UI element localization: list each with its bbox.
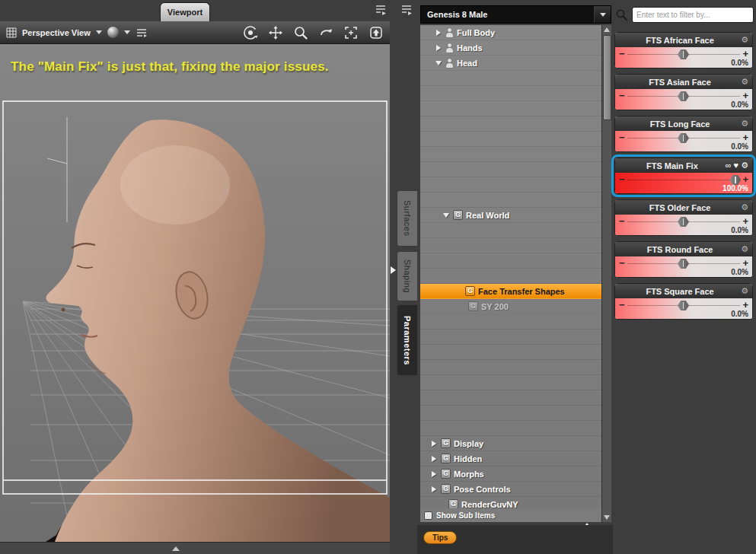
reset-camera-icon[interactable] <box>318 25 333 40</box>
expand-arrow-icon[interactable] <box>435 59 442 67</box>
viewport-resize-handle-icon[interactable] <box>172 546 180 551</box>
slider-thumb[interactable] <box>678 259 689 269</box>
favorite-icon[interactable]: ♥ <box>734 161 739 170</box>
tab-shaping[interactable]: Shaping <box>397 251 417 301</box>
gear-icon[interactable]: ⚙ <box>741 119 748 128</box>
expand-arrow-icon[interactable] <box>435 44 442 52</box>
zoom-icon[interactable] <box>293 25 308 40</box>
viewport-canvas[interactable]: The "Main Fix" is just that, fixing the … <box>0 44 390 542</box>
side-pane-menu-icon[interactable] <box>399 2 414 18</box>
decrement-button[interactable]: − <box>619 90 625 101</box>
tree-item-real-world[interactable]: G Real World <box>420 208 601 223</box>
figure-selector-arrow-button[interactable] <box>594 6 611 23</box>
scrollbar-thumb[interactable] <box>603 35 611 120</box>
decrement-button[interactable]: − <box>619 215 625 227</box>
tree-scrollbar[interactable] <box>601 25 611 522</box>
increment-button[interactable]: + <box>742 215 748 227</box>
pan-camera-icon[interactable] <box>268 25 283 40</box>
gear-icon[interactable]: ⚙ <box>741 161 748 170</box>
tab-viewport[interactable]: Viewport <box>160 2 210 21</box>
increment-button[interactable]: + <box>742 174 748 185</box>
scroll-down-icon[interactable] <box>604 515 610 520</box>
draw-options-icon[interactable] <box>136 27 148 38</box>
tree-item-hidden[interactable]: G Hidden <box>420 451 601 466</box>
gear-icon[interactable]: ⚙ <box>741 78 748 86</box>
slider-value: 0.0% <box>731 59 748 67</box>
decrement-button[interactable]: − <box>619 48 625 59</box>
expand-arrow-icon[interactable] <box>431 440 438 447</box>
filter-input[interactable] <box>632 7 754 23</box>
expand-arrow-icon[interactable] <box>439 501 445 508</box>
slider-thumb[interactable] <box>678 217 689 227</box>
tips-button[interactable]: Tips <box>423 531 457 544</box>
daz-studio-window: Viewport Perspective View <box>0 0 756 554</box>
group-icon: G <box>468 301 478 311</box>
increment-button[interactable]: + <box>742 132 748 143</box>
expand-arrow-icon[interactable] <box>458 303 465 310</box>
group-icon: G <box>441 484 451 494</box>
tab-surfaces[interactable]: Surfaces <box>397 190 417 247</box>
show-sub-items-checkbox[interactable] <box>424 511 432 520</box>
tree-item-label: Head <box>457 59 477 68</box>
increment-button[interactable]: + <box>742 48 748 59</box>
tree-item-label: Hands <box>457 43 483 53</box>
viewport-pane-menu-icon[interactable] <box>373 2 388 18</box>
increment-button[interactable]: + <box>742 90 748 101</box>
slider-track[interactable]: − + 100.0% <box>615 173 752 193</box>
tab-parameters[interactable]: Parameters <box>397 304 417 376</box>
view-mode-dropdown-icon[interactable] <box>96 30 102 34</box>
increment-button[interactable]: + <box>742 257 748 269</box>
slider-thumb[interactable] <box>678 91 689 101</box>
slider-thumb[interactable] <box>678 133 689 143</box>
slider-track[interactable]: − + 0.0% <box>615 131 752 151</box>
tree-item-label: Display <box>454 439 483 448</box>
search-icon[interactable] <box>615 8 628 21</box>
expand-arrow-icon[interactable] <box>431 455 438 463</box>
tree-item-pose-controls[interactable]: G Pose Controls <box>420 482 601 497</box>
increment-button[interactable]: + <box>742 299 748 310</box>
tree-item-display[interactable]: G Display <box>420 436 601 451</box>
gear-icon[interactable]: ⚙ <box>741 245 748 253</box>
draw-style-dropdown-icon[interactable] <box>124 30 130 34</box>
frame-selection-icon[interactable] <box>343 25 359 40</box>
tree-item-full-body[interactable]: Full Body <box>420 25 601 40</box>
gear-icon[interactable]: ⚙ <box>741 203 748 212</box>
expand-arrow-icon[interactable] <box>455 288 462 295</box>
decrement-button[interactable]: − <box>619 257 625 269</box>
expand-arrow-icon[interactable] <box>431 470 438 478</box>
scroll-up-icon[interactable] <box>604 27 610 32</box>
gear-icon[interactable]: ⚙ <box>741 36 748 44</box>
home-view-icon[interactable] <box>368 25 384 40</box>
tree-item-head[interactable]: Head <box>420 56 601 71</box>
slider-track[interactable]: − + 0.0% <box>615 298 752 319</box>
slider-track[interactable]: − + 0.0% <box>615 89 752 110</box>
slider-thumb[interactable] <box>678 49 689 59</box>
draw-style-sphere-icon[interactable] <box>107 27 119 38</box>
orbit-camera-icon[interactable] <box>243 25 258 40</box>
figure-selector-dropdown[interactable]: Genesis 8 Male <box>420 5 611 24</box>
tab-viewport-label: Viewport <box>167 8 203 17</box>
decrement-button[interactable]: − <box>619 132 625 143</box>
tree-item-morphs[interactable]: G Morphs <box>420 466 601 482</box>
slider-track[interactable]: − + 0.0% <box>615 47 752 68</box>
gear-icon[interactable]: ⚙ <box>741 287 748 295</box>
slider-fts-older-face: FTS Older Face ⚙ − + 0.0% <box>614 199 753 236</box>
tree-item-label: Face Transfer Shapes <box>478 287 565 296</box>
link-icon[interactable]: ∞ <box>726 161 732 170</box>
pane-collapse-arrow-icon[interactable] <box>391 266 396 274</box>
tree-item-face-transfer-shapes[interactable]: G Face Transfer Shapes <box>420 284 601 299</box>
slider-track[interactable]: − + 0.0% <box>615 256 752 277</box>
expand-arrow-icon[interactable] <box>431 486 438 493</box>
view-grid-icon <box>6 27 17 38</box>
tree-item-renderguvny[interactable]: G RenderGuvNY <box>420 497 601 508</box>
tree-item-sy-200[interactable]: G SY 200 <box>420 299 601 314</box>
viewport-toolbar: Perspective View <box>0 21 390 44</box>
decrement-button[interactable]: − <box>619 299 625 310</box>
tree-item-label: Real World <box>466 211 509 220</box>
decrement-button[interactable]: − <box>619 174 625 185</box>
slider-track[interactable]: − + 0.0% <box>615 215 752 235</box>
tree-item-hands[interactable]: Hands <box>420 40 601 56</box>
expand-arrow-icon[interactable] <box>443 212 450 219</box>
slider-thumb[interactable] <box>678 301 689 310</box>
expand-arrow-icon[interactable] <box>435 29 442 37</box>
